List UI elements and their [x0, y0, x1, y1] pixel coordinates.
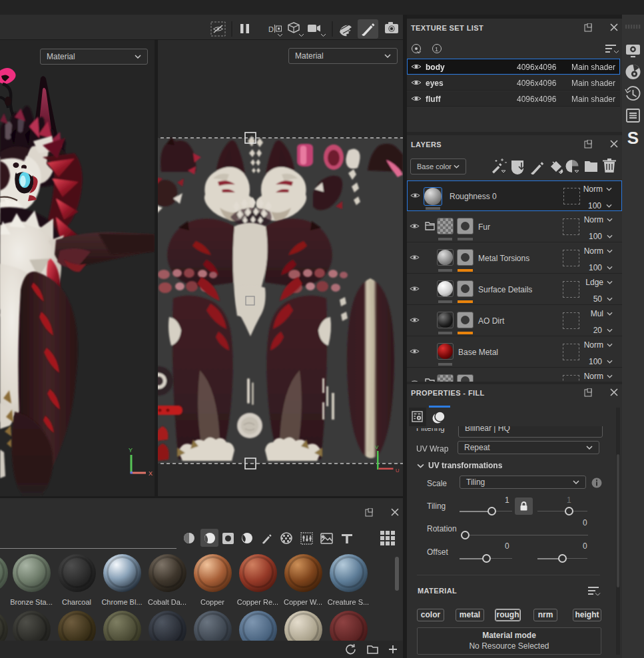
svg-text:V: V	[375, 444, 379, 450]
svg-text:X: X	[149, 470, 153, 477]
svg-text:Y: Y	[129, 447, 133, 454]
svg-text:D: D	[268, 25, 274, 33]
svg-text:S: S	[627, 128, 639, 148]
svg-text:1: 1	[435, 46, 438, 53]
svg-text:U: U	[396, 468, 400, 474]
